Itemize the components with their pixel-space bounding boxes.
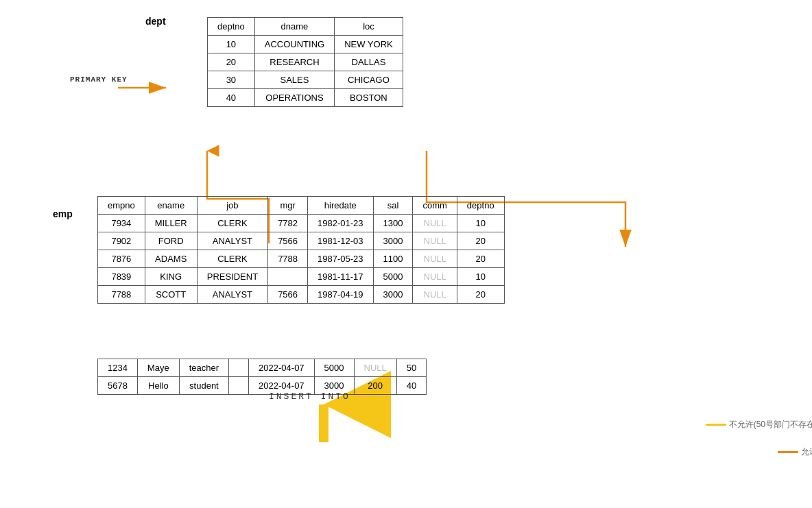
emp-row: 7876ADAMSCLERK77881987-05-231100NULL20 xyxy=(98,250,505,268)
emp-cell-r4-c1: SCOTT xyxy=(145,286,197,304)
emp-label: emp xyxy=(53,208,73,219)
emp-cell-r3-c1: KING xyxy=(145,268,197,286)
emp-cell-r2-c7: 20 xyxy=(457,250,504,268)
insert-label: INSERT INTO xyxy=(269,391,350,402)
emp-col-deptno: deptno xyxy=(457,197,504,215)
emp-cell-r3-c2: PRESIDENT xyxy=(197,268,267,286)
emp-cell-r4-c7: 20 xyxy=(457,286,504,304)
insert-cell-r0-c5: 5000 xyxy=(314,359,354,377)
dept-col-deptno: deptno xyxy=(208,18,255,36)
insert-cell-r1-c1: Hello xyxy=(137,377,179,395)
emp-row: 7788SCOTTANALYST75661987-04-193000NULL20 xyxy=(98,286,505,304)
dept-row: 20RESEARCHDALLAS xyxy=(208,53,403,71)
emp-row: 7934MILLERCLERK77821982-01-231300NULL10 xyxy=(98,215,505,232)
emp-row: 7839KINGPRESIDENT1981-11-175000NULL10 xyxy=(98,268,505,286)
insert-cell-r1-c3 xyxy=(229,377,249,395)
emp-cell-r4-c6: NULL xyxy=(413,286,457,304)
allowed-note: 允许 xyxy=(801,446,812,458)
dept-cell-r1-c2: DALLAS xyxy=(335,53,403,71)
dept-col-loc: loc xyxy=(335,18,403,36)
insert-row: 1234Mayeteacher2022-04-075000NULL50 xyxy=(98,359,427,377)
emp-col-empno: empno xyxy=(98,197,145,215)
dept-label: dept xyxy=(145,16,166,27)
insert-cell-r0-c0: 1234 xyxy=(98,359,138,377)
emp-cell-r1-c7: 20 xyxy=(457,232,504,250)
insert-cell-r0-c1: Maye xyxy=(137,359,179,377)
primary-key-label: PRIMARY KEY xyxy=(70,75,128,84)
emp-cell-r0-c3: 7782 xyxy=(268,215,308,232)
emp-cell-r2-c0: 7876 xyxy=(98,250,145,268)
emp-cell-r4-c4: 1987-04-19 xyxy=(308,286,374,304)
insert-cell-r0-c2: teacher xyxy=(179,359,228,377)
dept-cell-r2-c0: 30 xyxy=(208,71,255,89)
emp-col-ename: ename xyxy=(145,197,197,215)
dept-cell-r2-c1: SALES xyxy=(254,71,334,89)
emp-cell-r1-c2: ANALYST xyxy=(197,232,267,250)
emp-row: 7902FORDANALYST75661981-12-033000NULL20 xyxy=(98,232,505,250)
emp-cell-r3-c4: 1981-11-17 xyxy=(308,268,374,286)
emp-cell-r4-c2: ANALYST xyxy=(197,286,267,304)
emp-cell-r2-c2: CLERK xyxy=(197,250,267,268)
insert-table: 1234Mayeteacher2022-04-075000NULL505678H… xyxy=(97,359,783,395)
emp-cell-r0-c2: CLERK xyxy=(197,215,267,232)
insert-cell-r0-c7: 50 xyxy=(396,359,426,377)
dept-cell-r1-c0: 20 xyxy=(208,53,255,71)
emp-cell-r0-c4: 1982-01-23 xyxy=(308,215,374,232)
emp-cell-r0-c7: 10 xyxy=(457,215,504,232)
insert-cell-r1-c7: 40 xyxy=(396,377,426,395)
dept-cell-r2-c2: CHICAGO xyxy=(335,71,403,89)
emp-col-sal: sal xyxy=(373,197,413,215)
emp-col-hiredate: hiredate xyxy=(308,197,374,215)
insert-cell-r0-c4: 2022-04-07 xyxy=(249,359,315,377)
emp-cell-r4-c0: 7788 xyxy=(98,286,145,304)
insert-cell-r0-c3 xyxy=(229,359,249,377)
emp-cell-r4-c5: 3000 xyxy=(373,286,413,304)
emp-col-comm: comm xyxy=(413,197,457,215)
emp-cell-r1-c3: 7566 xyxy=(268,232,308,250)
not-allowed-note: 不允许(50号部门不存在) xyxy=(729,419,812,431)
emp-cell-r2-c4: 1987-05-23 xyxy=(308,250,374,268)
emp-cell-r2-c5: 1100 xyxy=(373,250,413,268)
emp-cell-r1-c0: 7902 xyxy=(98,232,145,250)
insert-cell-r1-c0: 5678 xyxy=(98,377,138,395)
dept-row: 40OPERATIONSBOSTON xyxy=(208,89,403,107)
emp-cell-r0-c0: 7934 xyxy=(98,215,145,232)
emp-cell-r0-c1: MILLER xyxy=(145,215,197,232)
emp-cell-r4-c3: 7566 xyxy=(268,286,308,304)
emp-cell-r3-c0: 7839 xyxy=(98,268,145,286)
emp-cell-r3-c5: 5000 xyxy=(373,268,413,286)
dept-cell-r3-c1: OPERATIONS xyxy=(254,89,334,107)
emp-cell-r3-c7: 10 xyxy=(457,268,504,286)
emp-cell-r2-c1: ADAMS xyxy=(145,250,197,268)
emp-cell-r0-c5: 1300 xyxy=(373,215,413,232)
insert-cell-r1-c6: 200 xyxy=(354,377,396,395)
emp-cell-r1-c5: 3000 xyxy=(373,232,413,250)
emp-cell-r0-c6: NULL xyxy=(413,215,457,232)
insert-cell-r1-c2: student xyxy=(179,377,228,395)
dept-table: deptno dname loc 10ACCOUNTINGNEW YORK20R… xyxy=(207,17,783,107)
dept-cell-r0-c2: NEW YORK xyxy=(335,36,403,53)
emp-cell-r2-c6: NULL xyxy=(413,250,457,268)
emp-cell-r1-c4: 1981-12-03 xyxy=(308,232,374,250)
insert-cell-r0-c6: NULL xyxy=(354,359,396,377)
emp-cell-r1-c1: FORD xyxy=(145,232,197,250)
emp-cell-r3-c3 xyxy=(268,268,308,286)
dept-cell-r3-c2: BOSTON xyxy=(335,89,403,107)
emp-cell-r3-c6: NULL xyxy=(413,268,457,286)
dept-row: 30SALESCHICAGO xyxy=(208,71,403,89)
emp-col-job: job xyxy=(197,197,267,215)
dept-cell-r3-c0: 40 xyxy=(208,89,255,107)
emp-col-mgr: mgr xyxy=(268,197,308,215)
emp-table: empnoenamejobmgrhiredatesalcommdeptno 79… xyxy=(97,196,783,304)
dept-col-dname: dname xyxy=(254,18,334,36)
emp-cell-r1-c6: NULL xyxy=(413,232,457,250)
dept-cell-r0-c1: ACCOUNTING xyxy=(254,36,334,53)
dept-cell-r0-c0: 10 xyxy=(208,36,255,53)
emp-cell-r2-c3: 7788 xyxy=(268,250,308,268)
insert-row: 5678Hellostudent2022-04-07300020040 xyxy=(98,377,427,395)
dept-row: 10ACCOUNTINGNEW YORK xyxy=(208,36,403,53)
dept-cell-r1-c1: RESEARCH xyxy=(254,53,334,71)
